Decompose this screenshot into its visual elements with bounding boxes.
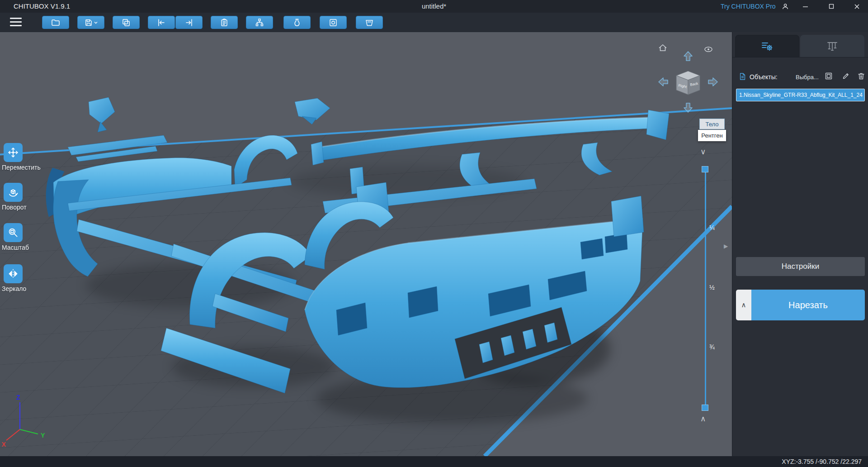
scale-button[interactable]: [4, 223, 23, 242]
hollow-icon: [292, 18, 302, 27]
home-view-icon[interactable]: [659, 45, 666, 51]
scale-icon: [7, 227, 19, 238]
hollow-button[interactable]: [283, 16, 311, 29]
axis-x-label: X: [2, 441, 6, 448]
panel-tabs: [732, 32, 868, 57]
delete-icon[interactable]: [857, 72, 865, 82]
tool-rotate: Поворот: [1, 183, 60, 211]
undo-icon: [157, 18, 166, 27]
objects-label: Объекты:: [750, 73, 778, 81]
undo-button[interactable]: [148, 16, 175, 29]
minimize-button[interactable]: [796, 0, 815, 13]
axis-y-label: Y: [41, 432, 45, 439]
xyz-coordinates: XYZ:-3.755 /-90.752 /22.297: [782, 458, 862, 465]
arrange-icon: [255, 18, 264, 27]
right-panel: Объекты: Выбра... 1.Nissan_Skyline_GTR-R…: [732, 32, 868, 456]
dig-hole-button[interactable]: [320, 16, 347, 29]
tool-move: Переместить: [1, 143, 60, 171]
clip-slider-track[interactable]: [705, 169, 706, 408]
move-label: Переместить: [2, 164, 60, 171]
copy-button[interactable]: [113, 16, 140, 29]
perspective-eye-icon[interactable]: [705, 47, 712, 52]
account-icon[interactable]: [776, 0, 795, 13]
settings-list-gear-icon: [761, 41, 773, 52]
clip-slider-upper-handle[interactable]: [702, 166, 708, 172]
maximize-button[interactable]: [822, 0, 841, 13]
toolbar: [0, 13, 868, 33]
rotate-up-arrow[interactable]: [684, 52, 692, 61]
mirror-icon: [7, 268, 19, 280]
clip-slider-lower-handle[interactable]: [702, 405, 708, 411]
clip-step-up-icon[interactable]: ∧: [700, 414, 706, 424]
slice-button[interactable]: Нарезать: [751, 290, 865, 320]
status-bar: XYZ:-3.755 /-90.752 /22.297: [0, 456, 868, 467]
tool-mirror: Зеркало: [1, 264, 60, 292]
panel-collapse-icon[interactable]: ▶: [724, 243, 728, 249]
viewport-3d[interactable]: Z X Y: [0, 32, 732, 456]
clip-label-three-quarter: ¾: [709, 343, 715, 351]
slice-expand-button[interactable]: ∧: [736, 290, 751, 320]
redo-icon: [184, 18, 193, 27]
select-label[interactable]: Выбра...: [796, 74, 819, 81]
resin-tank-button[interactable]: [356, 16, 383, 29]
clipboard-button[interactable]: [211, 16, 238, 29]
move-icon: [7, 147, 19, 158]
chitubox-window: CHITUBOX V1.9.1 untitled* Try CHITUBOX P…: [0, 0, 868, 467]
titlebar: CHITUBOX V1.9.1 untitled* Try CHITUBOX P…: [0, 0, 868, 13]
auto-arrange-button[interactable]: [246, 16, 273, 29]
mirror-button[interactable]: [4, 264, 23, 283]
move-button[interactable]: [4, 143, 23, 162]
scale-label: Масштаб: [2, 244, 60, 251]
tank-icon: [365, 18, 374, 27]
view-cube-widget[interactable]: Right Back: [659, 45, 717, 112]
save-icon: [85, 19, 93, 27]
clip-label-half: ½: [709, 284, 715, 291]
settings-button[interactable]: Настройки: [736, 257, 865, 276]
tab-settings[interactable]: [735, 35, 799, 57]
close-button[interactable]: [847, 0, 866, 13]
save-dropdown-chevron-icon[interactable]: [94, 21, 98, 24]
tool-scale: Масштаб: [1, 223, 60, 251]
open-file-button[interactable]: [42, 16, 69, 29]
mirror-label: Зеркало: [2, 285, 60, 292]
menu-icon[interactable]: [10, 18, 22, 27]
support-structures-icon: [826, 41, 838, 52]
render-mode-selected[interactable]: Тело: [699, 119, 725, 129]
object-list-icon: [739, 72, 747, 83]
copy-icon: [122, 18, 131, 27]
rotate-icon: [7, 186, 19, 198]
clipboard-icon: [220, 18, 229, 27]
render-mode-option-xray[interactable]: Рентген: [698, 130, 726, 141]
edit-icon[interactable]: [842, 72, 850, 82]
folder-icon: [51, 18, 60, 27]
save-button[interactable]: [77, 16, 104, 29]
chitubox-pro-link[interactable]: Try CHITUBOX Pro: [721, 0, 776, 13]
redo-button[interactable]: [175, 16, 203, 29]
rotate-button[interactable]: [4, 183, 23, 202]
select-all-icon[interactable]: [825, 72, 833, 82]
axis-z-label: Z: [16, 394, 20, 401]
rotate-label: Поворот: [2, 204, 60, 211]
dig-hole-icon: [329, 18, 338, 27]
object-list-item[interactable]: 1.Nissan_Skyline_GTR-R33_Abflug_Kit_ALL_…: [736, 89, 865, 101]
clip-label-quarter: ¼: [709, 224, 715, 231]
tab-support[interactable]: [800, 35, 864, 57]
rotate-right-arrow[interactable]: [708, 78, 717, 86]
slice-row: ∧ Нарезать: [736, 290, 865, 320]
rotate-left-arrow[interactable]: [659, 78, 668, 86]
chevron-up-icon: ∧: [741, 301, 746, 309]
3d-scene[interactable]: Z X Y: [0, 32, 732, 456]
clip-step-down-icon[interactable]: ∨: [700, 147, 706, 157]
